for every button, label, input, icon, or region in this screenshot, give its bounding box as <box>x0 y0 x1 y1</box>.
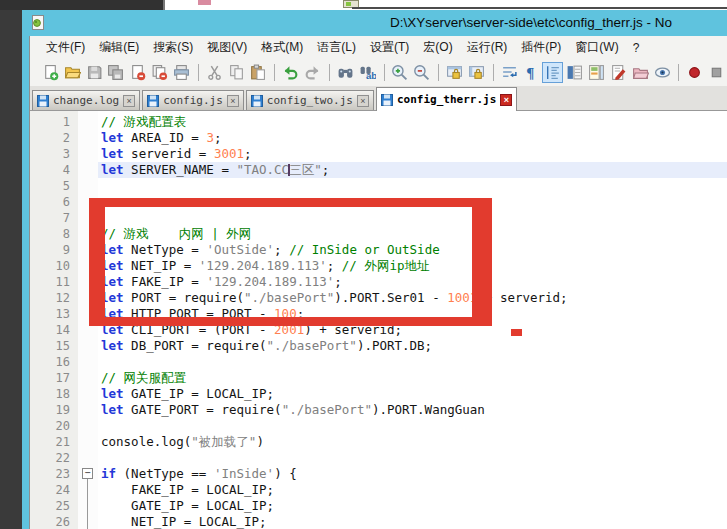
line-number: 15 <box>30 338 78 354</box>
open-file-button[interactable] <box>62 62 83 83</box>
line-number: 25 <box>30 498 78 514</box>
undo-icon <box>282 64 299 81</box>
menu-item-1[interactable]: 文件(F) <box>40 37 91 58</box>
line-number: 9 <box>30 242 78 258</box>
menu-item-11[interactable]: 窗口(W) <box>569 37 624 58</box>
code-line-25: GATE_IP = LOCAL_IP; <box>98 498 727 514</box>
line-number-gutter: 1234567891011121314151617181920212223242… <box>30 111 78 529</box>
svg-text:ab: ab <box>366 70 376 81</box>
zoom-in-icon <box>391 64 408 81</box>
annotation-red-square <box>511 329 522 336</box>
macro-stop-button[interactable] <box>706 62 727 83</box>
menu-item-5[interactable]: 格式(M) <box>255 37 309 58</box>
document-list-button[interactable] <box>608 62 629 83</box>
redo-icon <box>304 64 321 81</box>
tab-label: config_two.js <box>267 94 353 107</box>
code-line-4: let SERVER_NAME = "TAO.CC三区"; <box>98 162 727 178</box>
zoom-out-button[interactable] <box>411 62 432 83</box>
menu-item-10[interactable]: 插件(P) <box>515 37 567 58</box>
monitoring-icon <box>654 64 671 81</box>
function-list-button[interactable] <box>564 62 585 83</box>
save-button[interactable] <box>84 62 105 83</box>
save-all-icon <box>107 64 124 81</box>
tab-close-button[interactable]: × <box>123 95 135 107</box>
code-line-5 <box>98 178 727 194</box>
tab-config_two.js[interactable]: config_two.js× <box>246 90 374 110</box>
menu-item-12[interactable]: ? <box>627 39 646 57</box>
undo-button[interactable] <box>280 62 301 83</box>
menu-item-6[interactable]: 语言(L) <box>311 37 362 58</box>
show-all-characters-button[interactable]: ¶ <box>521 62 542 83</box>
sync-horizontal-icon <box>468 64 485 81</box>
cut-button[interactable] <box>204 62 225 83</box>
menu-item-7[interactable]: 设置(T) <box>364 37 415 58</box>
title-bar[interactable]: D:\XYserver\server-side\etc\config_therr… <box>22 10 727 36</box>
code-line-22 <box>98 450 727 466</box>
backdrop-top-edge <box>163 0 165 10</box>
svg-text:¶: ¶ <box>526 65 534 81</box>
tab-config_therr.js[interactable]: config_therr.js× <box>376 87 517 111</box>
monitoring-button[interactable] <box>652 62 673 83</box>
paste-button[interactable] <box>247 62 268 83</box>
menu-item-3[interactable]: 搜索(S) <box>147 37 199 58</box>
new-file-icon <box>42 64 59 81</box>
paste-icon <box>249 64 266 81</box>
menu-item-8[interactable]: 宏(O) <box>417 37 458 58</box>
save-all-button[interactable] <box>105 62 126 83</box>
code-line-3: let serverid = 3001; <box>98 146 727 162</box>
redo-button[interactable] <box>302 62 323 83</box>
backdrop-small-icon <box>198 0 211 5</box>
close-all-button[interactable] <box>149 62 170 83</box>
code-line-1: // 游戏配置表 <box>98 114 727 130</box>
replace-button[interactable]: ab <box>357 62 378 83</box>
word-wrap-icon <box>501 64 518 81</box>
replace-icon: ab <box>359 64 376 81</box>
menu-item-4[interactable]: 视图(V) <box>201 37 253 58</box>
copy-button[interactable] <box>226 62 247 83</box>
tab-config.js[interactable]: config.js× <box>142 90 244 110</box>
new-file-button[interactable] <box>40 62 61 83</box>
close-file-button[interactable] <box>127 62 148 83</box>
macro-record-button[interactable] <box>684 62 705 83</box>
line-number: 22 <box>30 450 78 466</box>
annotation-red-rectangle <box>89 198 492 326</box>
folder-as-workspace-button[interactable] <box>630 62 651 83</box>
backdrop-top-dark <box>0 0 163 10</box>
code-line-17: // 网关服配置 <box>98 370 727 386</box>
sync-vertical-button[interactable] <box>444 62 465 83</box>
saved-file-icon <box>147 95 159 107</box>
toolbar-separator <box>438 64 439 81</box>
show-all-characters-icon: ¶ <box>523 64 540 81</box>
line-number: 26 <box>30 514 78 529</box>
line-number: 7 <box>30 210 78 226</box>
folder-as-workspace-icon <box>632 64 649 81</box>
line-number: 5 <box>30 178 78 194</box>
word-wrap-button[interactable] <box>499 62 520 83</box>
close-all-icon <box>151 64 168 81</box>
line-number: 23 <box>30 466 78 482</box>
zoom-in-button[interactable] <box>390 62 411 83</box>
code-line-18: let GATE_IP = LOCAL_IP; <box>98 386 727 402</box>
saved-file-icon <box>251 95 263 107</box>
tab-close-button[interactable]: × <box>500 94 512 106</box>
tab-close-button[interactable]: × <box>227 95 239 107</box>
sync-horizontal-button[interactable] <box>466 62 487 83</box>
line-number: 14 <box>30 322 78 338</box>
menu-item-9[interactable]: 运行(R) <box>461 37 514 58</box>
find-button[interactable] <box>335 62 356 83</box>
saved-file-icon <box>37 95 49 107</box>
backdrop-left-dark <box>0 10 22 529</box>
tab-label: change.log <box>53 94 119 107</box>
document-map-button[interactable] <box>586 62 607 83</box>
find-icon <box>337 64 354 81</box>
tab-change.log[interactable]: change.log× <box>32 90 140 110</box>
line-number: 12 <box>30 290 78 306</box>
menu-item-2[interactable]: 编辑(E) <box>93 37 145 58</box>
tab-close-button[interactable]: × <box>357 95 369 107</box>
line-number: 18 <box>30 386 78 402</box>
fold-collapse-button[interactable]: − <box>82 468 93 479</box>
print-button[interactable] <box>171 62 192 83</box>
save-icon <box>86 64 103 81</box>
indent-guide-button[interactable] <box>542 62 563 83</box>
tab-bar: change.log×config.js×config_two.js×confi… <box>30 86 727 111</box>
